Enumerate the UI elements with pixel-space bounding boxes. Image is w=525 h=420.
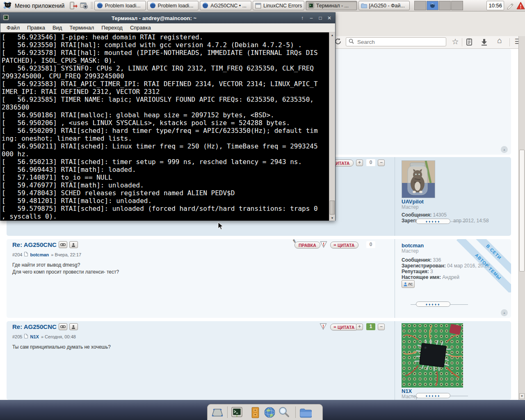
terminal-launcher-icon[interactable] <box>231 406 243 419</box>
workspace-1[interactable] <box>414 1 426 10</box>
window-close-button[interactable]: ✕ <box>326 15 333 21</box>
toolbar-divider <box>462 38 462 46</box>
edit-icon: ✎ <box>292 238 297 244</box>
scroll-to-top-icon[interactable]: ▲ <box>501 146 508 153</box>
window-minimize-button[interactable]: – <box>308 15 315 21</box>
username-link[interactable]: UAVpilot <box>402 199 424 205</box>
private-message-button[interactable]: лс <box>402 280 415 288</box>
page-icon[interactable] <box>24 252 28 257</box>
mouse-cursor <box>218 222 224 232</box>
logout-launcher-icon[interactable] <box>68 1 78 11</box>
profile-post-icon[interactable] <box>69 241 78 248</box>
terminal-menubar[interactable]: ФайлПравкаВидТерминалПереходСправка <box>0 23 335 32</box>
permalink-icon[interactable] <box>59 323 67 330</box>
user-registered-tail: апр 2012, 14:58 <box>453 218 489 224</box>
vote-up-button[interactable]: + <box>356 160 363 166</box>
web-browser-globe-icon[interactable] <box>263 406 276 419</box>
vote-up-button[interactable]: + <box>356 324 363 330</box>
scrollbar-thumb[interactable] <box>330 201 335 215</box>
post-score: 0 <box>366 241 375 248</box>
search-launcher-icon[interactable] <box>278 406 290 419</box>
search-input[interactable] <box>346 37 446 46</box>
user-reputation: Репутация: 3 <box>402 269 433 274</box>
post-title-row: Re: AG250CNC <box>12 241 78 248</box>
applications-menu-button[interactable]: Меню приложений <box>0 0 68 11</box>
taskbar-button-terminal[interactable]: Терминал - ... <box>306 1 357 10</box>
page-icon[interactable] <box>24 334 28 339</box>
input-pen-tray-icon[interactable] <box>506 1 514 10</box>
quote-button[interactable]: “ ЦИТАТА <box>330 242 358 249</box>
browser-scrollbar[interactable]: ▼ <box>518 36 525 400</box>
scrollbar-thumb[interactable] <box>519 150 525 272</box>
scrollbar-down-arrow[interactable]: ▼ <box>329 215 335 221</box>
bookmark-star-icon[interactable]: ☆ <box>450 37 460 46</box>
quote-button[interactable]: “ ЦИТАТА <box>330 324 358 331</box>
window-maximize-button[interactable]: □ <box>317 15 324 21</box>
download-icon[interactable] <box>479 39 489 48</box>
screenshot-launcher-icon[interactable] <box>79 1 89 11</box>
terminal-scrollbar[interactable]: ▲ ▼ <box>329 32 335 221</box>
workspace-3[interactable] <box>439 1 451 10</box>
avatar[interactable] <box>402 323 463 388</box>
rating-stars: ♦♦♦♦♦ <box>416 219 450 224</box>
report-warning-icon[interactable] <box>320 241 327 248</box>
post-body: Где найти этот вывод dmesg? Для чего ком… <box>12 262 119 276</box>
profile-post-icon[interactable] <box>69 323 78 330</box>
post-title[interactable]: Re: AG250CNC <box>12 323 57 330</box>
quote-icon: “ <box>333 327 336 329</box>
vote-down-button[interactable]: − <box>378 324 385 330</box>
terminal-window: Терминал - andrey@maincoon: ~ ↑ – □ ✕ Фа… <box>0 12 336 221</box>
post-number: #204 <box>12 252 22 257</box>
file-cabinet-icon[interactable] <box>249 406 262 419</box>
user-posts: Сообщения: 14305 <box>402 212 447 218</box>
library-icon[interactable] <box>464 38 474 48</box>
toolbar-divider <box>509 38 510 46</box>
xfce-mouse-icon <box>3 1 12 10</box>
terminal-body: [ 56.923546] I-pipe: head domain RTAI re… <box>0 32 335 221</box>
search-icon <box>349 38 354 46</box>
terminal-app-icon <box>3 14 9 22</box>
taskbar-button-firefox-3[interactable]: AG250CNC • ... <box>200 1 251 10</box>
user-registered: Зарегистрирован: 04 мар 2016, 20:22 <box>402 263 490 269</box>
dock-separator <box>227 406 228 418</box>
workspace-2-active[interactable] <box>427 1 438 10</box>
vote-down-button[interactable]: − <box>378 160 385 166</box>
taskbar-button-firefox-1[interactable]: Problem loadi... <box>94 1 146 10</box>
username-link[interactable]: N1X <box>402 388 412 394</box>
search-field[interactable] <box>356 39 443 46</box>
window-shade-button[interactable]: ↑ <box>299 15 306 21</box>
rating-stars: ♦♦♦♦♦ <box>416 393 450 398</box>
desktop: ☆ ⌂ ☰ ▲ “ ЦИТАТА + <box>0 0 525 420</box>
warning-tray-icon[interactable] <box>516 1 525 10</box>
forum-post-205: Re: AG250CNC #205 N1X » Сегодня, 00:48 <box>7 321 511 400</box>
workspace-4[interactable] <box>451 1 463 10</box>
scrollbar-up-arrow[interactable]: ▲ <box>329 32 335 38</box>
report-warning-icon[interactable] <box>320 323 327 330</box>
taskbar-button-firefox-2[interactable]: Problem loadi... <box>147 1 199 10</box>
avatar[interactable] <box>402 160 435 198</box>
terminal-output: [ 56.923546] I-pipe: head domain RTAI re… <box>2 33 328 220</box>
post-date: » Сегодня, 00:48 <box>41 334 76 339</box>
post-score: 1 <box>366 323 375 330</box>
applications-menu-label: Меню приложений <box>15 2 64 9</box>
quote-icon: “ <box>333 245 336 247</box>
user-realname: Настоящее имя: Андрей <box>402 274 459 280</box>
edit-button[interactable]: ✎ ПРАВКА <box>294 242 320 249</box>
scroll-to-top-icon[interactable]: ▲ <box>501 309 508 316</box>
desktop-bottom-strip <box>0 400 525 420</box>
scrollbar-down-arrow[interactable]: ▼ <box>519 393 525 399</box>
terminal-titlebar[interactable]: Терминал - andrey@maincoon: ~ ↑ – □ ✕ <box>0 13 335 23</box>
post-author-link[interactable]: N1X <box>30 334 39 339</box>
taskbar-button-linuxcnc[interactable]: LinuxCNC Errors <box>253 1 304 10</box>
home-icon[interactable]: ⌂ <box>495 36 504 45</box>
post-title-row: Re: AG250CNC <box>12 323 78 330</box>
username-link[interactable]: botcman <box>402 242 424 249</box>
post-title[interactable]: Re: AG250CNC <box>12 241 57 248</box>
file-manager-icon[interactable] <box>299 406 312 419</box>
top-panel: Меню приложений Problem loadi... Problem… <box>0 0 525 11</box>
taskbar-button-filemanager[interactable]: [AG250 - Фай... <box>358 1 410 10</box>
post-author-link[interactable]: botcman <box>30 252 49 257</box>
permalink-icon[interactable] <box>59 241 67 248</box>
panel-grip <box>91 2 93 9</box>
show-desktop-icon[interactable] <box>211 406 224 419</box>
